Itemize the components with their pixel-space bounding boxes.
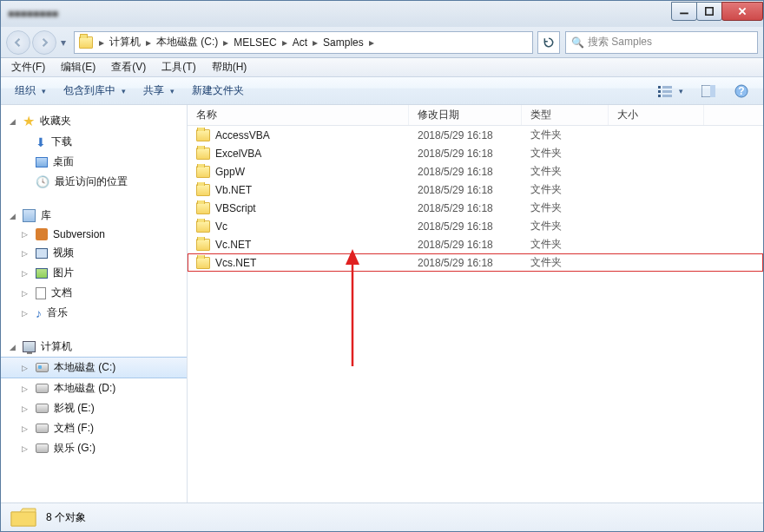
column-headers: 名称 修改日期 类型 大小 <box>188 105 763 126</box>
column-type[interactable]: 类型 <box>522 105 609 125</box>
svg-rect-6 <box>658 90 661 93</box>
recent-icon: 🕓 <box>36 175 49 188</box>
menu-view[interactable]: 查看(V) <box>104 58 153 76</box>
menu-edit[interactable]: 编辑(E) <box>54 58 102 76</box>
computer-group: ◢计算机 ▷本地磁盘 (C:) ▷本地磁盘 (D:) ▷影视 (E:) ▷文档 … <box>1 337 187 458</box>
chevron-right-icon[interactable]: ▸ <box>367 36 376 49</box>
nav-videos[interactable]: ▷视频 <box>1 243 187 263</box>
column-name[interactable]: 名称 <box>188 105 409 125</box>
menubar: 文件(F) 编辑(E) 查看(V) 工具(T) 帮助(H) <box>1 58 763 77</box>
chevron-right-icon[interactable]: ▸ <box>311 36 319 49</box>
libraries-group: ◢库 ▷Subversion ▷视频 ▷图片 ▷文档 ▷♪音乐 <box>1 206 187 323</box>
nav-drive-e[interactable]: ▷影视 (E:) <box>1 398 187 418</box>
chevron-down-icon: ◢ <box>10 343 17 351</box>
chevron-down-icon: ◢ <box>10 117 17 126</box>
computer-icon <box>23 341 36 352</box>
organize-button[interactable]: 组织 <box>8 80 53 102</box>
library-icon <box>23 209 36 222</box>
maximize-button[interactable] <box>696 2 722 21</box>
table-row[interactable]: GppW2018/5/29 16:18文件夹 <box>188 162 763 181</box>
status-bar: 8 个对象 <box>1 502 763 531</box>
drive-icon <box>36 384 49 393</box>
nav-downloads[interactable]: ⬇下载 <box>1 132 187 152</box>
libraries-header[interactable]: ◢库 <box>1 206 187 226</box>
nav-drive-g[interactable]: ▷娱乐 (G:) <box>1 438 187 458</box>
favorites-header[interactable]: ◢★收藏夹 <box>1 110 187 132</box>
minimize-button[interactable] <box>671 2 697 21</box>
file-size <box>609 170 704 174</box>
drive-icon <box>36 363 49 372</box>
table-row[interactable]: AccessVBA2018/5/29 16:18文件夹 <box>188 126 763 144</box>
search-input[interactable]: 🔍 搜索 Samples <box>565 31 758 54</box>
folder-icon <box>196 202 210 214</box>
file-size <box>609 261 704 265</box>
nav-recent[interactable]: 🕓最近访问的位置 <box>1 172 187 192</box>
chevron-right-icon[interactable]: ▸ <box>221 36 230 49</box>
menu-help[interactable]: 帮助(H) <box>205 58 254 76</box>
navigation-pane[interactable]: ◢★收藏夹 ⬇下载 桌面 🕓最近访问的位置 ◢库 ▷Subversion ▷视频… <box>1 105 188 502</box>
back-button[interactable] <box>6 30 30 55</box>
nav-drive-c[interactable]: ▷本地磁盘 (C:) <box>1 357 187 378</box>
help-button[interactable]: ? <box>727 80 756 102</box>
svn-icon <box>36 228 48 240</box>
breadcrumb-computer[interactable]: 计算机 <box>106 32 144 53</box>
svg-rect-9 <box>662 95 672 97</box>
breadcrumb-melsec[interactable]: MELSEC <box>230 32 280 53</box>
table-row[interactable]: Vc2018/5/29 16:18文件夹 <box>188 217 763 235</box>
chevron-right-icon[interactable]: ▸ <box>280 36 289 49</box>
search-placeholder: 搜索 Samples <box>588 35 652 49</box>
pane-icon <box>701 83 716 99</box>
drive-icon <box>36 424 49 433</box>
window-title: ■■■■■■■■ <box>8 8 58 20</box>
nav-subversion[interactable]: ▷Subversion <box>1 226 187 243</box>
desktop-icon <box>36 157 48 167</box>
include-in-library-button[interactable]: 包含到库中 <box>56 80 133 102</box>
breadcrumb-drive[interactable]: 本地磁盘 (C:) <box>153 32 221 53</box>
file-list[interactable]: 名称 修改日期 类型 大小 AccessVBA2018/5/29 16:18文件… <box>188 105 763 502</box>
nav-arrows: ▾ <box>6 30 69 55</box>
menu-tools[interactable]: 工具(T) <box>155 58 202 76</box>
file-type: 文件夹 <box>522 126 609 144</box>
breadcrumb-act[interactable]: Act <box>289 32 311 53</box>
table-row[interactable]: ExcelVBA2018/5/29 16:18文件夹 <box>188 144 763 162</box>
table-row[interactable]: VBScript2018/5/29 16:18文件夹 <box>188 199 763 217</box>
navigation-bar: ▾ ▸ 计算机 ▸ 本地磁盘 (C:) ▸ MELSEC ▸ Act ▸ Sam… <box>1 27 763 58</box>
titlebar[interactable]: ■■■■■■■■ <box>1 1 763 27</box>
share-button[interactable]: 共享 <box>136 80 181 102</box>
nav-desktop[interactable]: 桌面 <box>1 152 187 172</box>
chevron-right-icon: ▷ <box>22 444 30 453</box>
table-row[interactable]: Vc.NET2018/5/29 16:18文件夹 <box>188 235 763 253</box>
nav-music[interactable]: ▷♪音乐 <box>1 303 187 323</box>
column-date[interactable]: 修改日期 <box>409 105 522 125</box>
body: ◢★收藏夹 ⬇下载 桌面 🕓最近访问的位置 ◢库 ▷Subversion ▷视频… <box>1 105 763 502</box>
nav-history-dropdown[interactable]: ▾ <box>58 36 69 49</box>
refresh-button[interactable] <box>537 31 560 54</box>
forward-button[interactable] <box>32 30 56 55</box>
nav-pictures[interactable]: ▷图片 <box>1 263 187 283</box>
chevron-down-icon: ◢ <box>10 212 17 220</box>
column-size[interactable]: 大小 <box>609 105 704 125</box>
table-row[interactable]: Vcs.NET2018/5/29 16:18文件夹 <box>188 253 763 272</box>
nav-drive-f[interactable]: ▷文档 (F:) <box>1 418 187 438</box>
svg-rect-8 <box>658 95 661 97</box>
chevron-right-icon: ▷ <box>22 424 30 433</box>
file-name: GppW <box>215 166 245 178</box>
preview-pane-button[interactable] <box>694 80 723 102</box>
nav-documents[interactable]: ▷文档 <box>1 283 187 303</box>
file-type: 文件夹 <box>522 144 609 162</box>
chevron-right-icon[interactable]: ▸ <box>144 36 153 49</box>
chevron-right-icon: ▷ <box>22 289 30 298</box>
computer-header[interactable]: ◢计算机 <box>1 337 187 357</box>
view-options-button[interactable] <box>650 80 690 102</box>
menu-file[interactable]: 文件(F) <box>4 58 52 76</box>
file-size <box>609 225 704 228</box>
close-button[interactable] <box>721 2 763 21</box>
breadcrumb-samples[interactable]: Samples <box>319 32 367 53</box>
table-row[interactable]: Vb.NET2018/5/29 16:18文件夹 <box>188 181 763 199</box>
svg-rect-1 <box>706 8 713 15</box>
folder-icon <box>196 220 210 233</box>
nav-drive-d[interactable]: ▷本地磁盘 (D:) <box>1 378 187 398</box>
chevron-right-icon[interactable]: ▸ <box>97 36 106 49</box>
new-folder-button[interactable]: 新建文件夹 <box>185 80 251 102</box>
address-bar[interactable]: ▸ 计算机 ▸ 本地磁盘 (C:) ▸ MELSEC ▸ Act ▸ Sampl… <box>74 31 533 54</box>
